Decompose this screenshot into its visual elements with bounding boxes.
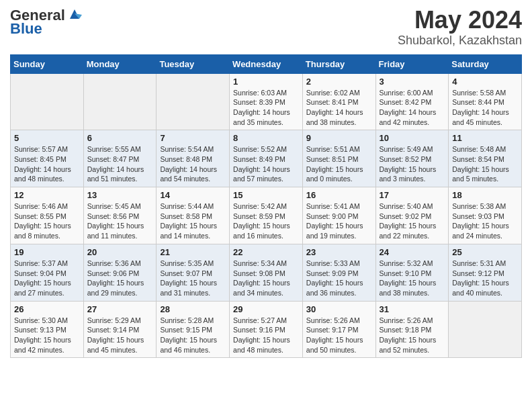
calendar-cell: 12Sunrise: 5:46 AMSunset: 8:55 PMDayligh… <box>11 187 84 244</box>
calendar-cell: 16Sunrise: 5:41 AMSunset: 9:00 PMDayligh… <box>302 187 375 244</box>
day-number: 11 <box>452 133 518 143</box>
sunset-text: Sunset: 9:07 PM <box>160 269 226 279</box>
day-number: 20 <box>87 247 153 257</box>
day-info: Sunrise: 5:52 AMSunset: 8:49 PMDaylight:… <box>233 144 299 184</box>
weekday-header: Sunday <box>11 54 84 73</box>
day-number: 25 <box>452 247 518 257</box>
daylight-text: Daylight: 15 hours and 5 minutes. <box>452 165 518 184</box>
day-number: 6 <box>87 133 153 143</box>
day-info: Sunrise: 6:02 AMSunset: 8:41 PMDaylight:… <box>306 88 372 128</box>
day-info: Sunrise: 5:27 AMSunset: 9:16 PMDaylight:… <box>233 316 299 355</box>
day-number: 1 <box>233 77 299 87</box>
calendar-cell: 31Sunrise: 5:26 AMSunset: 9:18 PMDayligh… <box>375 301 449 358</box>
daylight-text: Daylight: 15 hours and 40 minutes. <box>452 278 518 298</box>
day-number: 5 <box>14 133 80 143</box>
daylight-text: Daylight: 15 hours and 34 minutes. <box>233 278 299 298</box>
calendar-cell: 25Sunrise: 5:31 AMSunset: 9:12 PMDayligh… <box>449 244 522 301</box>
calendar-cell: 29Sunrise: 5:27 AMSunset: 9:16 PMDayligh… <box>230 301 303 358</box>
daylight-text: Daylight: 15 hours and 46 minutes. <box>160 335 226 355</box>
day-number: 8 <box>233 133 299 143</box>
calendar-week-row: 12Sunrise: 5:46 AMSunset: 8:55 PMDayligh… <box>11 187 522 244</box>
day-number: 14 <box>160 190 226 200</box>
day-number: 24 <box>380 247 445 257</box>
weekday-header-row: SundayMondayTuesdayWednesdayThursdayFrid… <box>11 54 522 73</box>
day-info: Sunrise: 5:26 AMSunset: 9:18 PMDaylight:… <box>380 316 445 355</box>
sunrise-text: Sunrise: 5:45 AM <box>87 201 153 212</box>
sunset-text: Sunset: 9:00 PM <box>306 212 372 222</box>
daylight-text: Daylight: 15 hours and 38 minutes. <box>380 278 445 298</box>
day-number: 29 <box>233 304 299 314</box>
daylight-text: Daylight: 15 hours and 14 minutes. <box>160 221 226 240</box>
sunset-text: Sunset: 8:48 PM <box>160 154 226 165</box>
sunrise-text: Sunrise: 5:35 AM <box>160 259 226 269</box>
daylight-text: Daylight: 15 hours and 29 minutes. <box>87 278 153 298</box>
sunset-text: Sunset: 8:54 PM <box>452 154 518 165</box>
day-info: Sunrise: 5:37 AMSunset: 9:04 PMDaylight:… <box>14 259 80 298</box>
calendar-cell: 2Sunrise: 6:02 AMSunset: 8:41 PMDaylight… <box>302 73 375 130</box>
sunrise-text: Sunrise: 6:02 AM <box>306 88 372 98</box>
day-info: Sunrise: 5:48 AMSunset: 8:54 PMDaylight:… <box>452 144 518 184</box>
calendar-week-row: 1Sunrise: 6:03 AMSunset: 8:39 PMDaylight… <box>11 73 522 130</box>
daylight-text: Daylight: 14 hours and 35 minutes. <box>233 107 299 127</box>
day-info: Sunrise: 5:54 AMSunset: 8:48 PMDaylight:… <box>160 144 226 184</box>
sunset-text: Sunset: 8:55 PM <box>14 212 80 222</box>
daylight-text: Daylight: 15 hours and 45 minutes. <box>87 335 153 355</box>
daylight-text: Daylight: 15 hours and 42 minutes. <box>14 335 80 355</box>
sunrise-text: Sunrise: 5:31 AM <box>452 259 518 269</box>
logo-icon <box>67 7 82 21</box>
calendar-cell: 24Sunrise: 5:32 AMSunset: 9:10 PMDayligh… <box>375 244 449 301</box>
calendar-cell: 11Sunrise: 5:48 AMSunset: 8:54 PMDayligh… <box>449 130 522 187</box>
calendar-cell: 5Sunrise: 5:57 AMSunset: 8:45 PMDaylight… <box>11 130 84 187</box>
day-number: 9 <box>306 133 372 143</box>
calendar-cell <box>83 73 157 130</box>
sunrise-text: Sunrise: 5:46 AM <box>14 201 80 212</box>
day-number: 31 <box>380 304 445 314</box>
sunrise-text: Sunrise: 5:33 AM <box>306 259 372 269</box>
day-info: Sunrise: 5:57 AMSunset: 8:45 PMDaylight:… <box>14 144 80 184</box>
sunset-text: Sunset: 9:04 PM <box>14 269 80 279</box>
calendar-cell: 7Sunrise: 5:54 AMSunset: 8:48 PMDaylight… <box>157 130 230 187</box>
page: General Blue May 2024 Shubarkol, Kazakhs… <box>0 0 532 365</box>
weekday-header: Friday <box>375 54 449 73</box>
daylight-text: Daylight: 14 hours and 54 minutes. <box>160 165 226 184</box>
sunrise-text: Sunrise: 5:54 AM <box>160 144 226 154</box>
day-number: 28 <box>160 304 226 314</box>
sunset-text: Sunset: 8:42 PM <box>380 97 445 107</box>
weekday-header: Wednesday <box>230 54 303 73</box>
sunrise-text: Sunrise: 5:32 AM <box>380 259 445 269</box>
daylight-text: Daylight: 14 hours and 48 minutes. <box>14 165 80 184</box>
day-info: Sunrise: 5:44 AMSunset: 8:58 PMDaylight:… <box>160 201 226 241</box>
day-info: Sunrise: 5:30 AMSunset: 9:13 PMDaylight:… <box>14 316 80 355</box>
logo-blue-text: Blue <box>10 20 42 38</box>
calendar-cell: 4Sunrise: 5:58 AMSunset: 8:44 PMDaylight… <box>449 73 522 130</box>
day-info: Sunrise: 5:33 AMSunset: 9:09 PMDaylight:… <box>306 259 372 298</box>
day-info: Sunrise: 5:42 AMSunset: 8:59 PMDaylight:… <box>233 201 299 241</box>
header: General Blue May 2024 Shubarkol, Kazakhs… <box>10 7 522 48</box>
sunrise-text: Sunrise: 5:34 AM <box>233 259 299 269</box>
day-number: 22 <box>233 247 299 257</box>
calendar-cell: 15Sunrise: 5:42 AMSunset: 8:59 PMDayligh… <box>230 187 303 244</box>
calendar-cell: 30Sunrise: 5:26 AMSunset: 9:17 PMDayligh… <box>302 301 375 358</box>
day-number: 18 <box>452 190 518 200</box>
day-info: Sunrise: 5:40 AMSunset: 9:02 PMDaylight:… <box>380 201 445 241</box>
sunset-text: Sunset: 9:13 PM <box>14 325 80 335</box>
sunset-text: Sunset: 8:39 PM <box>233 97 299 107</box>
daylight-text: Daylight: 14 hours and 42 minutes. <box>380 107 445 127</box>
calendar-cell: 9Sunrise: 5:51 AMSunset: 8:51 PMDaylight… <box>302 130 375 187</box>
title-area: May 2024 Shubarkol, Kazakhstan <box>398 7 522 48</box>
day-number: 19 <box>14 247 80 257</box>
day-number: 2 <box>306 77 372 87</box>
sunset-text: Sunset: 9:16 PM <box>233 325 299 335</box>
daylight-text: Daylight: 15 hours and 48 minutes. <box>233 335 299 355</box>
sunset-text: Sunset: 9:02 PM <box>380 212 445 222</box>
calendar-cell: 8Sunrise: 5:52 AMSunset: 8:49 PMDaylight… <box>230 130 303 187</box>
day-info: Sunrise: 5:38 AMSunset: 9:03 PMDaylight:… <box>452 201 518 241</box>
calendar-subtitle: Shubarkol, Kazakhstan <box>398 34 522 48</box>
day-info: Sunrise: 6:03 AMSunset: 8:39 PMDaylight:… <box>233 88 299 128</box>
daylight-text: Daylight: 14 hours and 57 minutes. <box>233 165 299 184</box>
daylight-text: Daylight: 15 hours and 52 minutes. <box>380 335 445 355</box>
sunrise-text: Sunrise: 6:03 AM <box>233 88 299 98</box>
sunrise-text: Sunrise: 5:30 AM <box>14 316 80 326</box>
weekday-header: Saturday <box>449 54 522 73</box>
day-info: Sunrise: 5:29 AMSunset: 9:14 PMDaylight:… <box>87 316 153 355</box>
